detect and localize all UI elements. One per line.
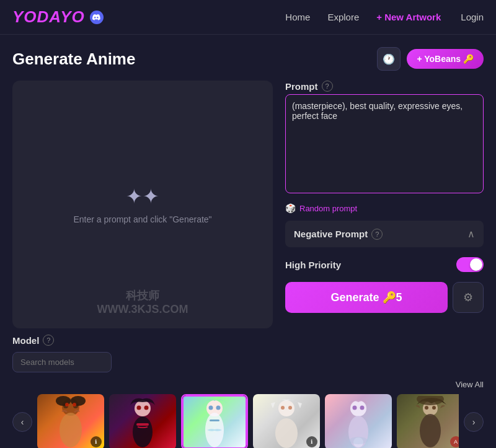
carousel-items: ℹ <box>37 394 459 448</box>
nav-links: Home Explore + New Artwork Login <box>285 12 484 22</box>
model-search-input[interactable] <box>12 352 112 372</box>
nav-explore[interactable]: Explore <box>327 12 359 22</box>
svg-point-31 <box>425 406 428 410</box>
generate-button[interactable]: Generate 🔑5 <box>285 282 448 313</box>
navbar: YODAYO Home Explore + New Artwork Login <box>0 0 496 35</box>
model-item-3[interactable] <box>181 394 248 448</box>
logo-text: YODAYO <box>12 7 85 27</box>
high-priority-label: High Priority <box>285 260 341 270</box>
left-panel: ✦✦ Enter a prompt and click "Generate" 科… <box>12 81 273 328</box>
history-icon: 🕐 <box>383 53 395 65</box>
sparkle-icon: ✦✦ <box>126 185 159 208</box>
page-title: Generate Anime <box>12 50 135 69</box>
model-thumb-5 <box>325 394 392 448</box>
prompt-textarea[interactable]: (masterpiece), best quality, expressive … <box>285 94 484 193</box>
model-thumb-2 <box>109 394 176 448</box>
svg-rect-17 <box>210 419 219 421</box>
canvas-hint: Enter a prompt and click "Generate" <box>73 214 211 224</box>
model-label-row: Model ? <box>12 335 484 346</box>
svg-point-6 <box>65 403 69 406</box>
svg-point-30 <box>417 396 444 405</box>
settings-button[interactable]: ⚙ <box>453 282 484 313</box>
generate-row: Generate 🔑5 ⚙ <box>285 282 484 313</box>
svg-point-7 <box>73 403 76 406</box>
svg-point-32 <box>432 406 436 410</box>
svg-point-10 <box>136 405 141 410</box>
svg-point-29 <box>420 414 441 447</box>
svg-point-9 <box>133 416 153 447</box>
svg-point-11 <box>144 405 148 410</box>
neg-help-icon[interactable]: ? <box>371 229 383 240</box>
model-item-4[interactable]: ℹ <box>253 394 320 448</box>
model-item-2[interactable] <box>109 394 176 448</box>
svg-point-14 <box>208 405 213 410</box>
top-actions: 🕐 + YoBeans 🔑 <box>377 47 484 71</box>
svg-point-21 <box>288 406 292 410</box>
main-container: Generate Anime 🕐 + YoBeans 🔑 ✦✦ Enter a … <box>0 35 496 335</box>
watermark: 科技师 WWW.3KJS.COM <box>97 288 188 316</box>
top-row: Generate Anime 🕐 + YoBeans 🔑 <box>12 47 484 71</box>
svg-point-1 <box>60 413 82 447</box>
prompt-label: Prompt <box>285 81 318 92</box>
random-prompt-button[interactable]: 🎲 Random prompt <box>285 203 484 213</box>
content-row: ✦✦ Enter a prompt and click "Generate" 科… <box>12 81 484 328</box>
svg-point-27 <box>349 437 368 444</box>
random-prompt-label: Random prompt <box>299 204 357 213</box>
svg-point-25 <box>360 405 364 410</box>
prompt-help-icon[interactable]: ? <box>322 81 333 92</box>
neg-prompt-label: Negative Prompt <box>294 229 368 239</box>
right-panel: Prompt ? (masterpiece), best quality, ex… <box>285 81 484 328</box>
model-thumb-3 <box>182 395 247 448</box>
svg-point-18 <box>278 400 294 416</box>
yobeans-button[interactable]: + YoBeans 🔑 <box>407 49 484 69</box>
high-priority-toggle[interactable] <box>456 257 484 272</box>
model-item-6[interactable]: A <box>397 394 459 448</box>
prompt-section: Prompt ? (masterpiece), best quality, ex… <box>285 81 484 196</box>
canvas-area: ✦✦ Enter a prompt and click "Generate" 科… <box>12 81 273 328</box>
history-button[interactable]: 🕐 <box>377 47 401 71</box>
neg-label-row: Negative Prompt ? <box>294 229 383 240</box>
nav-new-artwork[interactable]: + New Artwork <box>376 12 441 22</box>
bottom-section: Model ? View All ‹ <box>0 335 496 448</box>
generate-label: Generate 🔑5 <box>330 291 402 304</box>
svg-point-15 <box>216 405 220 410</box>
model-thumb-6 <box>397 394 459 448</box>
item-badge-4: ℹ <box>306 436 317 447</box>
discord-icon[interactable] <box>90 11 104 24</box>
carousel-next-button[interactable]: › <box>464 412 484 432</box>
svg-point-19 <box>275 418 298 448</box>
model-label: Model <box>12 335 39 346</box>
svg-rect-12 <box>136 423 149 426</box>
carousel-prev-button[interactable]: ‹ <box>12 412 32 432</box>
item-badge-1: ℹ <box>91 436 102 447</box>
prompt-label-row: Prompt ? <box>285 81 484 92</box>
logo-area: YODAYO <box>12 7 104 27</box>
svg-point-20 <box>281 406 285 410</box>
model-item-1[interactable]: ℹ <box>37 394 104 448</box>
carousel-container: ‹ ℹ <box>12 394 484 448</box>
view-all-row: View All <box>12 380 484 389</box>
negative-prompt-section[interactable]: Negative Prompt ? ∧ <box>285 221 484 247</box>
chevron-up-icon: ∧ <box>467 228 475 240</box>
yobeans-label: + YoBeans 🔑 <box>417 54 474 64</box>
high-priority-row: High Priority <box>285 255 484 275</box>
settings-icon: ⚙ <box>463 291 473 304</box>
nav-login[interactable]: Login <box>461 12 484 22</box>
toggle-knob <box>470 258 482 271</box>
view-all-button[interactable]: View All <box>456 380 484 389</box>
nav-home[interactable]: Home <box>285 12 310 22</box>
dice-icon: 🎲 <box>285 203 296 213</box>
model-item-5[interactable] <box>325 394 392 448</box>
item-badge-6: A <box>450 436 459 447</box>
model-help-icon[interactable]: ? <box>43 335 54 346</box>
svg-point-24 <box>352 405 356 410</box>
